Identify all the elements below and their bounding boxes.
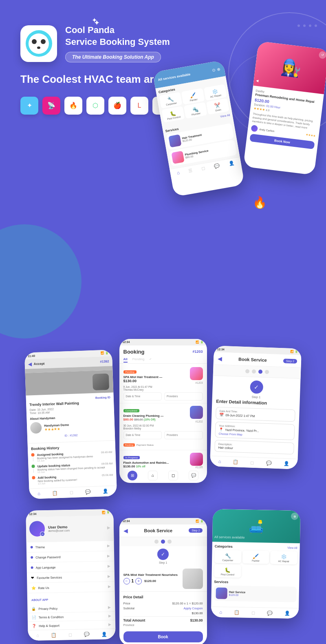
podcast-icon: 📡 (42, 97, 60, 115)
app-name: Cool Panda (65, 24, 170, 36)
phone-booking-list: 12:34 📶🔋 Booking #1203 All Pending ✓ Pen… (119, 339, 207, 483)
apple-icon: 🍎 (108, 97, 126, 115)
android-icon: ⬡ (86, 97, 104, 115)
phone-book-service: 12:34 📶🔋 ◀ Book Service Step 2 ✓ Step 1 … (209, 345, 301, 469)
screenshots-row-2: 12:34 📶🔋 ✏ User Demo demo@user.com ▶ (0, 510, 326, 640)
phone-book-qty: 12:34 📶🔋 ◀ Book Service Step 2 ✓ Step 1 (119, 518, 207, 644)
app-badge: The Ultimate Booking Solution App (65, 52, 161, 62)
screenshots-row-1: 11:40 📶🔋 ◀ Accept #1392 Booking ID (0, 339, 326, 485)
app-icon (20, 25, 57, 62)
phone-teal-services: 🛋️ ⊕ All services available Categories V… (211, 509, 300, 619)
phone-profile: 12:34 📶🔋 ✏ User Demo demo@user.com ▶ (26, 509, 116, 641)
flutter-icon: ✦ (20, 97, 38, 115)
firebase-icon: 🔥 (64, 97, 82, 115)
phone-service-detail: 👩‍🔧 ↺ ◀ Dasiby Freeman Remodeling and Ho… (243, 41, 326, 175)
top-phones-area: All services available ⊙ ⊕ Categories 🔧C… (155, 41, 326, 212)
app-subtitle: Service Booking System (65, 36, 170, 48)
sparkle-decoration: ✦ (94, 18, 100, 27)
teal-bg-circle (0, 224, 82, 339)
laravel-icon: L (130, 97, 148, 115)
app-title: Cool Panda Service Booking System The Ul… (65, 24, 170, 62)
phone-booking-detail: 11:40 📶🔋 ◀ Accept #1392 Booking ID (24, 350, 117, 499)
flame-decoration: 🔥 (253, 196, 267, 209)
panda-logo (26, 30, 52, 57)
phone-services-main: All services available ⊙ ⊕ Categories 🔧C… (152, 60, 244, 197)
